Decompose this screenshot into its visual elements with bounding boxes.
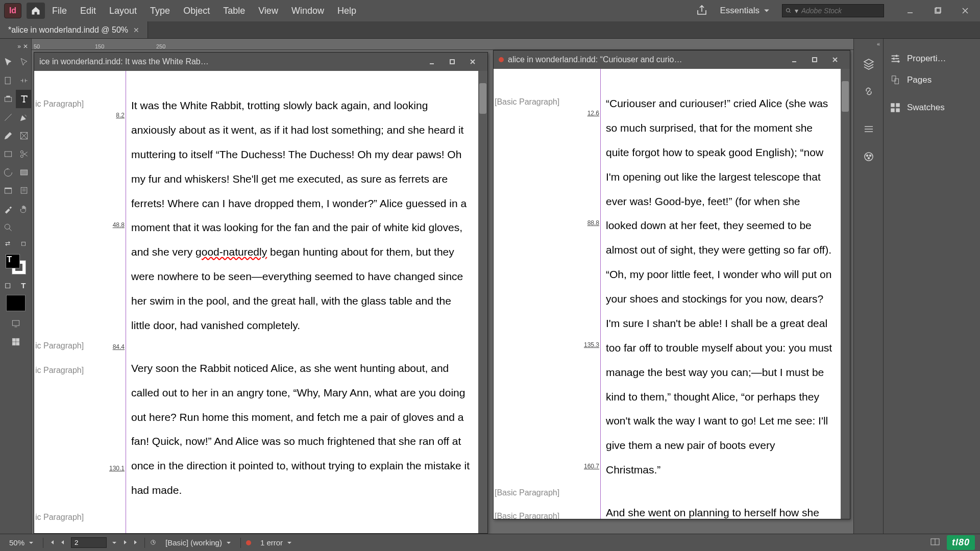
page-tool[interactable] [0,71,16,90]
eyedropper-icon [3,204,13,214]
links-panel-button[interactable] [858,82,879,101]
subwin2-titlebar[interactable]: alice in wonderland.indd: “Curiouser and… [494,51,850,69]
story-paragraph[interactable]: “Curiouser and curiouser!” cried Alice (… [606,91,832,482]
menu-layout[interactable]: Layout [109,6,137,16]
window-close[interactable] [954,3,976,19]
window-maximize[interactable] [927,3,948,19]
prev-page-button[interactable] [60,538,66,547]
page-number-input[interactable] [71,537,107,548]
story-paragraph[interactable]: And she went on planning to herself how … [606,500,832,519]
gap-tool[interactable] [16,71,32,90]
strip-collapse-icon[interactable]: « [877,41,880,47]
pencil-icon [3,131,13,141]
preflight-profile-dropdown[interactable]: [Basic] (working) [161,538,235,547]
scrollbar-thumb[interactable] [842,81,849,112]
menu-type[interactable]: Type [150,6,170,16]
svg-point-20 [865,153,873,161]
subwin1-scrollbar[interactable] [478,71,487,533]
rectangle-frame-tool[interactable] [16,127,32,145]
menu-help[interactable]: Help [337,6,356,16]
subwin2-scrollbar[interactable] [841,69,850,519]
type-tool[interactable] [16,90,32,108]
share-button[interactable] [696,4,708,18]
zoom-tool[interactable] [0,218,16,237]
selection-tool[interactable] [0,53,16,71]
pen-tool[interactable] [16,108,32,127]
search-icon [786,7,792,14]
panel-close-icon[interactable]: ✕ [23,43,28,50]
hand-tool[interactable] [16,200,32,218]
subwin2-minimize[interactable] [785,53,804,67]
depth-ruler-value: 88.8 [587,219,599,227]
last-page-button[interactable] [133,538,139,547]
open-navigator-button[interactable] [150,538,156,547]
layers-panel-button[interactable] [858,54,879,73]
horizontal-ruler[interactable]: 50 150 250 [32,39,853,50]
share-icon [696,4,708,16]
rectangle-tool[interactable] [0,145,16,163]
document-tab[interactable]: *alice in wonderland.indd @ 50% ✕ [0,21,148,38]
story-editor-window-2[interactable]: alice in wonderland.indd: “Curiouser and… [493,50,850,519]
gradient-swatch-tool[interactable] [16,163,32,182]
color-panel-button[interactable] [858,147,879,166]
menu-object[interactable]: Object [183,6,210,16]
subwin1-close[interactable] [463,55,482,69]
pencil-tool[interactable] [0,127,16,145]
gradient-feather-tool[interactable] [0,182,16,200]
fill-swatch[interactable]: T [6,254,20,268]
content-collector-tool[interactable] [0,90,16,108]
subwin1-text-area[interactable]: It was the White Rabbit, trotting slowly… [126,71,478,533]
menu-file[interactable]: File [52,6,67,16]
subwin1-minimize[interactable] [422,55,442,69]
tab-close-button[interactable]: ✕ [133,26,139,34]
scrollbar-thumb[interactable] [479,83,486,114]
workspace-switcher[interactable]: Essentials [715,4,775,18]
formatting-text[interactable]: T [16,279,32,292]
svg-point-23 [868,158,869,159]
menu-window[interactable]: Window [291,6,324,16]
note-tool[interactable] [16,182,32,200]
story-paragraph[interactable]: It was the White Rabbit, trotting slowly… [131,93,470,338]
formatting-container[interactable]: ◻ [0,279,16,292]
default-fill-stroke[interactable]: ◻ [16,237,32,250]
subwin2-maximize[interactable] [805,53,824,67]
subwin2-text-area[interactable]: “Curiouser and curiouser!” cried Alice (… [601,69,841,519]
collapsed-panel-strip: « [853,39,883,534]
stroke-panel-button[interactable] [858,119,879,139]
properties-panel-tab[interactable]: Properti… [884,48,980,69]
window-minimize[interactable] [899,3,921,19]
menu-view[interactable]: View [258,6,278,16]
menu-table[interactable]: Table [223,6,245,16]
fill-stroke-swap[interactable]: ⇄ [0,237,16,250]
subwin1-titlebar[interactable]: ice in wonderland.indd: It was the White… [34,53,487,71]
menu-edit[interactable]: Edit [80,6,96,16]
zoom-level-dropdown[interactable]: 50% [5,538,38,547]
preflight-errors-dropdown[interactable]: 1 error [256,538,296,547]
text-run: It was the White Rabbit, trotting slowly… [131,99,467,258]
free-transform-tool[interactable] [0,163,16,182]
eyedropper-tool[interactable] [0,200,16,218]
swatches-panel-tab[interactable]: Swatches [884,97,980,118]
chevron-down-icon[interactable] [112,540,117,545]
ruler-mark: 250 [156,43,217,49]
story-paragraph[interactable]: Very soon the Rabbit noticed Alice, as s… [131,356,470,503]
panel-options[interactable] [0,333,32,351]
apply-color[interactable] [6,295,26,311]
spelling-error[interactable]: good-naturedly [195,246,267,258]
stock-search-input[interactable] [801,7,880,15]
home-button[interactable] [27,3,45,19]
view-mode-toggle[interactable] [0,314,32,333]
line-tool[interactable] [0,108,16,127]
pages-panel-tab[interactable]: Pages [884,69,980,91]
direct-selection-tool[interactable] [16,53,32,71]
split-view-button[interactable] [930,538,940,547]
subwin1-maximize[interactable] [443,55,462,69]
next-page-button[interactable] [122,538,128,547]
story-editor-window-1[interactable]: ice in wonderland.indd: It was the White… [34,52,488,534]
scissors-tool[interactable] [16,145,32,163]
fill-stroke-proxy[interactable]: T [6,254,26,274]
first-page-button[interactable] [48,538,55,547]
adobe-stock-search[interactable]: ▾ [782,4,884,17]
subwin2-close[interactable] [825,53,845,67]
panel-collapse-icon[interactable]: » [17,43,21,50]
